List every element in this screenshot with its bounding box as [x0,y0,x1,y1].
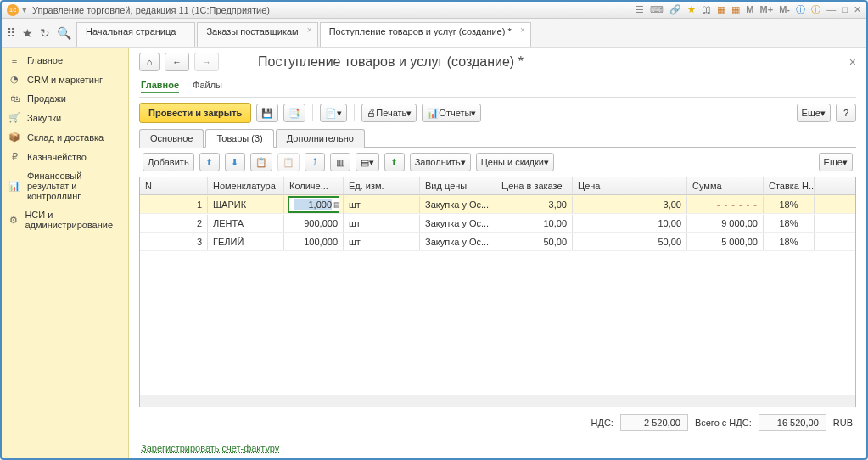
sum-empty: - - - - - - [687,196,764,213]
col-vat[interactable]: Ставка Н... [764,177,815,194]
chart-icon: ◔ [8,74,20,85]
top-tabs: Начальная страница Заказы поставщикам× П… [76,19,533,47]
sidebar-item-main[interactable]: ≡Главное [2,51,128,70]
minimize-button[interactable]: — [826,4,836,14]
close-document-button[interactable]: × [849,55,856,69]
share-button[interactable]: ⤴ [305,153,325,171]
icon[interactable]: 🔗 [669,4,681,14]
post-and-close-button[interactable]: Провести и закрыть [139,103,251,123]
home-button[interactable]: ⌂ [139,53,160,71]
fill-button[interactable]: Заполнить ▾ [410,153,471,171]
col-nomenclature[interactable]: Номенклатура [208,177,284,194]
subtab-files[interactable]: Файлы [193,78,222,93]
sidebar-item-purchases[interactable]: 🛒Закупки [2,108,128,127]
prices-button[interactable]: Цены и скидки ▾ [476,153,554,171]
grid-toolbar: Добавить ⬆ ⬇ 📋 📋 ⤴ ▥ ▤▾ ⬆ Заполнить ▾ Це… [139,148,856,177]
quantity-input[interactable] [294,199,332,210]
inner-tab-extra[interactable]: Дополнительно [276,129,365,148]
tab-start[interactable]: Начальная страница [76,22,195,47]
help-button[interactable]: ? [836,104,856,122]
calc-icon[interactable]: ▦ [717,4,725,14]
save-button[interactable]: 💾 [256,104,278,122]
apps-icon[interactable]: ⠿ [7,26,15,40]
icon[interactable]: ⌨ [650,4,664,14]
menu-icon: ≡ [8,55,20,65]
more-button[interactable]: Еще ▾ [797,104,831,122]
history-icon[interactable]: ↻ [40,26,50,40]
sidebar-item-sales[interactable]: 🛍Продажи [2,89,128,108]
grid-more-button[interactable]: Еще ▾ [819,153,853,171]
sidebar-item-warehouse[interactable]: 📦Склад и доставка [2,127,128,147]
inner-tab-basic[interactable]: Основное [139,129,204,148]
maximize-button[interactable]: □ [842,4,848,14]
add-row-button[interactable]: Добавить [143,153,194,171]
col-unit[interactable]: Ед. изм. [344,177,420,194]
move-up-button[interactable]: ⬆ [199,153,220,171]
sidebar-item-treasury[interactable]: ₽Казначейство [2,147,128,166]
subtab-main[interactable]: Главное [141,78,179,93]
col-price-type[interactable]: Вид цены [420,177,496,194]
inner-tabs: Основное Товары (3) Дополнительно [139,128,856,148]
grid-header: N Номенклатура Количе... Ед. изм. Вид це… [140,177,855,195]
copy-button[interactable]: 📋 [250,153,272,171]
window-title: Управление торговлей, редакция 11 (1С:Пр… [32,5,632,15]
import-button[interactable]: ⬆ [384,153,405,171]
col-price[interactable]: Цена [573,177,687,194]
forward-button[interactable]: → [194,53,219,71]
goods-grid: N Номенклатура Количе... Ед. изм. Вид це… [139,177,856,407]
sidebar-item-finance[interactable]: 📊Финансовый результат и контроллинг [2,166,128,205]
quantity-cell-editing[interactable]: ▤ [284,195,344,215]
barcode-button[interactable]: ▥ [330,153,350,171]
tab-orders[interactable]: Заказы поставщикам× [197,22,317,47]
top-toolbar: ⠿ ★ ↻ 🔍 Начальная страница Заказы постав… [2,19,866,48]
sidebar-item-crm[interactable]: ◔CRM и маркетинг [2,70,128,89]
move-down-button[interactable]: ⬇ [225,153,245,171]
inner-tab-goods[interactable]: Товары (3) [205,129,273,148]
document-area: ⌂ ← → Поступление товаров и услуг (созда… [129,48,866,458]
star-icon[interactable]: ★ [687,4,696,14]
system-tray: ☰ ⌨ 🔗 ★ 🕮 ▦ ▦ M M+ M- ⓘ ⓘ — □ ✕ [632,3,861,16]
app-icon: 1c [7,4,19,16]
horizontal-scrollbar[interactable] [140,395,855,407]
info-icon[interactable]: ⓘ [796,4,805,14]
register-invoice-link[interactable]: Зарегистрировать счет-фактуру [139,438,856,458]
calendar-icon[interactable]: ▦ [731,4,740,14]
spinner-icon[interactable]: ▤ [333,200,339,209]
bag-icon: 🛍 [8,93,20,104]
m-minus-icon[interactable]: M- [779,4,790,14]
command-bar: Провести и закрыть 💾 📑 📄▾ 🖨 Печать ▾ 📊 О… [139,103,856,123]
table-row[interactable]: 3 ГЕЛИЙ 100,000 шт Закупка у Ос... 50,00… [140,233,855,251]
nds-label: НДС: [591,418,613,428]
close-button[interactable]: ✕ [854,4,861,14]
sidebar-item-nsi[interactable]: ⚙НСИ и администрирование [2,205,128,234]
tab-receipt[interactable]: Поступление товаров и услуг (создание) *… [320,22,531,47]
list-button[interactable]: ▤▾ [356,153,379,171]
star-icon[interactable]: ★ [22,26,33,40]
icon[interactable]: 🕮 [702,4,711,14]
sidebar: ≡Главное ◔CRM и маркетинг 🛍Продажи 🛒Заку… [2,48,129,458]
grid-body[interactable]: 1 ШАРИК ▤ шт Закупка у Ос... 3,00 3,00 -… [140,195,855,395]
icon[interactable]: ☰ [636,4,644,14]
paste-button[interactable]: 📋 [277,153,300,171]
nds-value: 2 520,00 [620,414,688,431]
col-order-price[interactable]: Цена в заказе [496,177,573,194]
cart-icon: 🛒 [8,112,20,123]
m-icon[interactable]: M [746,4,753,14]
post-button[interactable]: 📑 [283,104,305,122]
back-button[interactable]: ← [165,53,189,71]
close-icon[interactable]: × [307,25,312,35]
print-button[interactable]: 🖨 Печать ▾ [361,104,417,122]
close-icon[interactable]: × [520,25,525,35]
search-icon[interactable]: 🔍 [57,26,71,40]
create-based-button[interactable]: 📄▾ [320,104,347,122]
col-n[interactable]: N [140,177,208,194]
reports-button[interactable]: 📊 Отчеты ▾ [422,104,481,122]
arrow-down-icon[interactable]: ▾ [22,4,27,15]
col-sum[interactable]: Сумма [687,177,764,194]
total-value: 16 520,00 [759,414,826,431]
col-quantity[interactable]: Количе... [284,177,344,194]
table-row[interactable]: 1 ШАРИК ▤ шт Закупка у Ос... 3,00 3,00 -… [140,195,855,214]
m-plus-icon[interactable]: M+ [760,4,774,14]
table-row[interactable]: 2 ЛЕНТА 900,000 шт Закупка у Ос... 10,00… [140,214,855,233]
info2-icon[interactable]: ⓘ [811,4,820,14]
